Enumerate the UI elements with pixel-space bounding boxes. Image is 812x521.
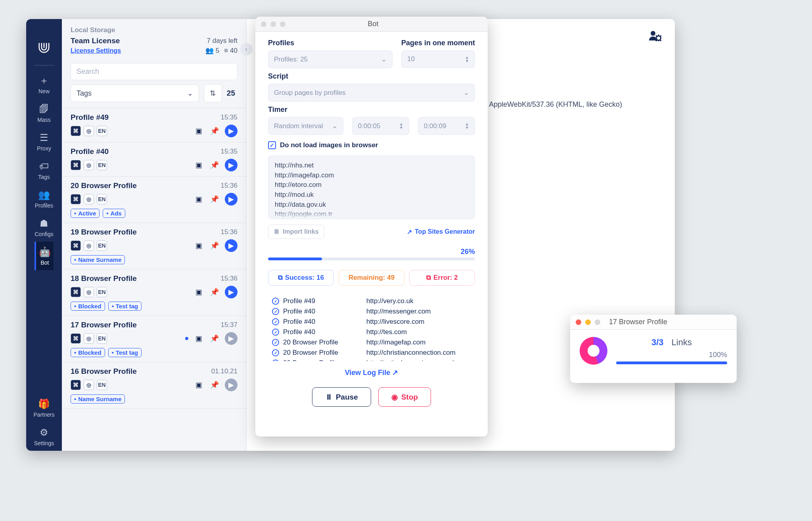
- profile-tag[interactable]: Ads: [103, 209, 125, 218]
- play-button[interactable]: ▶: [225, 332, 237, 345]
- pin-icon[interactable]: 📌: [209, 160, 220, 171]
- configs-icon: ≡: [224, 47, 228, 55]
- proxy-icon: ☰: [38, 132, 50, 143]
- profile-name: Profile #49: [71, 113, 109, 122]
- language-badge: EN: [97, 240, 107, 251]
- remaining-chip: Remaining: 49: [339, 270, 404, 286]
- profile-item[interactable]: 16 Browser Profile01.10.21 ⌘ ◎ EN ▣ 📌 ▶ …: [62, 362, 246, 409]
- profile-settings-icon[interactable]: [649, 29, 661, 44]
- tags-filter-select[interactable]: Tags ⌄: [71, 85, 199, 102]
- archive-icon[interactable]: ▣: [193, 160, 204, 171]
- profile-item[interactable]: Profile #4915:35 ⌘ ◎ EN ▣ 📌 ▶: [62, 108, 246, 142]
- profile-time: 01.10.21: [211, 367, 237, 375]
- profile-tag[interactable]: Name Surname: [71, 255, 125, 264]
- profile-tag[interactable]: Blocked: [71, 302, 105, 311]
- check-icon: ✓: [272, 329, 279, 336]
- check-icon: ✓: [272, 360, 279, 361]
- play-button[interactable]: ▶: [225, 286, 237, 298]
- collapse-panel-button[interactable]: ‹: [240, 43, 253, 56]
- sort-button[interactable]: ⇅: [204, 84, 222, 102]
- pin-icon[interactable]: 📌: [209, 333, 220, 344]
- profiles-select[interactable]: Profiles: 25⌄: [268, 50, 393, 68]
- play-button[interactable]: ▶: [225, 239, 237, 252]
- license-settings-link[interactable]: License Settings: [71, 47, 121, 54]
- minimize-icon[interactable]: [270, 21, 276, 27]
- partners-icon: 🎁: [38, 398, 50, 409]
- archive-icon[interactable]: ▣: [193, 286, 204, 298]
- close-icon[interactable]: [576, 319, 581, 325]
- sidebar-item-configs[interactable]: ☗Configs: [34, 213, 53, 242]
- sidebar-item-settings[interactable]: ⚙Settings: [34, 422, 55, 451]
- progress-bar: [268, 258, 475, 260]
- search-input[interactable]: Search: [71, 63, 237, 80]
- sidebar-item-proxy[interactable]: ☰Proxy: [34, 127, 53, 156]
- profile-item[interactable]: 19 Browser Profile15:36 ⌘ ◎ EN ▣ 📌 ▶ Nam…: [62, 223, 246, 269]
- archive-icon[interactable]: ▣: [193, 333, 204, 344]
- sidebar-item-new[interactable]: ＋New: [34, 70, 53, 99]
- profile-name: 19 Browser Profile: [71, 228, 137, 236]
- profile-tag[interactable]: Name Surname: [71, 394, 125, 404]
- pin-icon[interactable]: 📌: [209, 379, 220, 390]
- finder-icon: ⌘: [71, 240, 81, 251]
- sidebar-item-profiles[interactable]: 👥Profiles: [34, 185, 53, 213]
- maximize-icon[interactable]: [280, 21, 285, 27]
- pin-icon[interactable]: 📌: [209, 240, 220, 251]
- archive-icon[interactable]: ▣: [193, 194, 204, 205]
- sidebar-item-mass[interactable]: 🗐Mass: [34, 99, 53, 127]
- profile-name: 18 Browser Profile: [71, 274, 137, 283]
- profile-tag[interactable]: Blocked: [71, 348, 105, 357]
- success-chip: ⧉Success: 16: [268, 270, 334, 286]
- language-badge: EN: [97, 380, 107, 390]
- archive-icon[interactable]: ▣: [193, 240, 204, 251]
- profile-item[interactable]: 20 Browser Profile15:36 ⌘ ◎ EN ▣ 📌 ▶ Act…: [62, 177, 246, 223]
- url-list-textarea[interactable]: http://nhs.nethttp://imagefap.comhttp://…: [268, 156, 475, 219]
- chevron-down-icon: ⌄: [187, 89, 193, 98]
- bot-window: Bot Profiles Profiles: 25⌄ Pages in one …: [255, 17, 488, 436]
- profile-tag[interactable]: Active: [71, 209, 100, 218]
- view-log-link[interactable]: View Log File ↗: [268, 368, 475, 377]
- pages-stepper[interactable]: 10▲▼: [401, 50, 475, 68]
- users-icon: 👥: [205, 46, 214, 55]
- chevron-down-icon: ⌄: [332, 122, 337, 130]
- play-button[interactable]: ▶: [225, 159, 237, 171]
- profile-name: 16 Browser Profile: [71, 367, 137, 376]
- copy-icon: ⧉: [426, 274, 431, 282]
- import-links-button[interactable]: 🗎Import links: [268, 225, 324, 239]
- profile-count: 25: [227, 89, 237, 98]
- play-button[interactable]: ▶: [225, 379, 237, 391]
- profile-tag[interactable]: Test tag: [108, 348, 142, 357]
- maximize-icon[interactable]: [595, 319, 600, 325]
- pin-icon[interactable]: 📌: [209, 286, 220, 298]
- profile-item[interactable]: 18 Browser Profile15:36 ⌘ ◎ EN ▣ 📌 ▶ Blo…: [62, 269, 246, 316]
- pin-icon[interactable]: 📌: [209, 194, 220, 205]
- sidebar-item-bot[interactable]: 🤖Bot: [34, 242, 53, 270]
- script-select[interactable]: Group pages by profiles⌄: [268, 84, 475, 102]
- chrome-icon: ◎: [84, 240, 94, 251]
- archive-icon[interactable]: ▣: [193, 125, 204, 136]
- pin-icon[interactable]: 📌: [209, 125, 220, 136]
- log-line: ✓20 Browser Profilehttp://activelearnpri…: [270, 358, 473, 361]
- finder-icon: ⌘: [71, 287, 81, 297]
- timer-from-stepper[interactable]: 0:00:05▲▼: [352, 117, 409, 135]
- play-button[interactable]: ▶: [225, 125, 237, 137]
- links-fraction: 3/3: [651, 337, 664, 348]
- sidebar-item-partners[interactable]: 🎁Partners: [34, 394, 55, 422]
- profile-time: 15:36: [220, 275, 237, 283]
- license-stats: 👥5 ≡40: [205, 46, 237, 55]
- top-sites-link[interactable]: ↗Top Sites Generator: [407, 228, 475, 236]
- pause-button[interactable]: ⏸Pause: [312, 387, 371, 407]
- minimize-icon[interactable]: [585, 319, 591, 325]
- timer-mode-select[interactable]: Random interval⌄: [268, 117, 343, 135]
- play-button[interactable]: ▶: [225, 193, 237, 206]
- stop-button[interactable]: ◉Stop: [378, 387, 431, 407]
- timer-to-stepper[interactable]: 0:00:09▲▼: [418, 117, 475, 135]
- archive-icon[interactable]: ▣: [193, 379, 204, 390]
- no-images-checkbox[interactable]: ✓: [268, 141, 276, 149]
- finder-icon: ⌘: [71, 194, 81, 204]
- sidebar-item-tags[interactable]: 🏷Tags: [34, 156, 53, 185]
- profile-item[interactable]: Profile #4015:35 ⌘ ◎ EN ▣ 📌 ▶: [62, 142, 246, 177]
- profile-item[interactable]: 17 Browser Profile15:37 ⌘ ◎ EN ▣ 📌 ▶ Blo…: [62, 316, 246, 362]
- close-icon[interactable]: [261, 21, 266, 27]
- profile-tag[interactable]: Test tag: [108, 302, 142, 311]
- progress-ring-icon: [580, 337, 607, 365]
